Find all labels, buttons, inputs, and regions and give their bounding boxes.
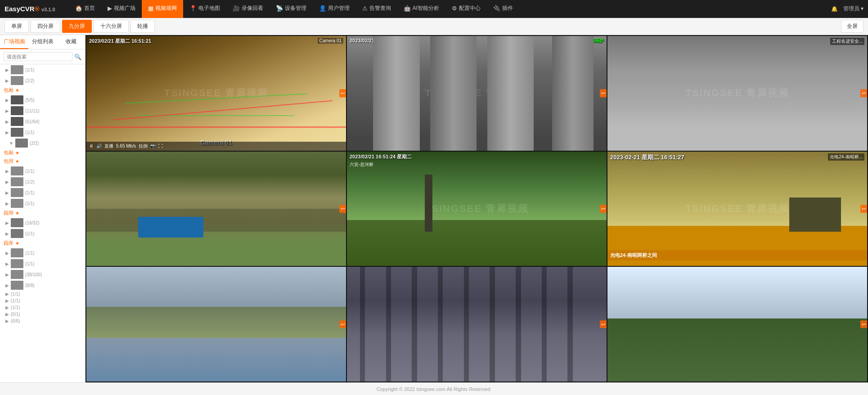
- nav-home[interactable]: 🏠 首页: [69, 0, 101, 18]
- road-lane: [86, 209, 346, 232]
- item-count: (1/1): [25, 231, 35, 236]
- cell-label-tr: 工程名进安全...: [830, 38, 864, 45]
- nav-user-mgmt[interactable]: 👤 用户管理: [313, 0, 356, 18]
- footer: Copyright © 2022 tsingsee.com All Rights…: [0, 382, 868, 395]
- nav-recording[interactable]: 🎥 录像回看: [226, 0, 270, 18]
- bell-button[interactable]: 🔔: [831, 6, 838, 12]
- star-icon: ★: [15, 241, 19, 246]
- v-line3: [412, 267, 417, 382]
- nav-alert[interactable]: ⚠ 告警查询: [356, 0, 397, 18]
- fullscreen-cell-icon[interactable]: ⛶: [158, 144, 163, 148]
- list-item[interactable]: ▼ (2/2): [0, 138, 85, 148]
- nav-video-plaza-label: 视频广场: [114, 4, 135, 12]
- video-cell-5[interactable]: TSINGSEE 青犀视频 2023/02/21 16:51:24 星期二 六安…: [347, 152, 607, 266]
- nav-ai[interactable]: 🤖 AI智能分析: [397, 0, 445, 18]
- item-count: (1/1): [25, 130, 35, 135]
- list-item[interactable]: ▶ (11/11): [0, 105, 85, 116]
- watermark: TSINGSEE 青犀视频: [685, 202, 789, 215]
- tab-four[interactable]: 四分屏: [31, 20, 60, 33]
- side-label-5: 1: [600, 205, 607, 213]
- nav-emap[interactable]: 📍 电子地图: [183, 0, 226, 18]
- admin-menu[interactable]: 管理员 ▾: [843, 5, 864, 13]
- video-cell-6[interactable]: TSINGSEE 青犀视频 2023-02-21 星期二 16:51:27 光电…: [607, 152, 867, 266]
- shore: [86, 304, 346, 338]
- top-navigation: EasyCVR® v3.1.0 🏠 首页 ▶ 视频广场 ▦ 视频墙网 📍 电子地…: [0, 0, 868, 18]
- list-item[interactable]: ▶ (1/1): [0, 258, 85, 269]
- list-item[interactable]: ▶ (1/1): [0, 187, 85, 198]
- floor-line: [113, 100, 333, 120]
- search-icon[interactable]: 🔍: [74, 54, 81, 60]
- list-item[interactable]: ▶ (1/1): [0, 64, 85, 75]
- tab-patrol[interactable]: 轮播: [130, 20, 155, 33]
- arrow-icon: ▶: [5, 283, 9, 288]
- list-item[interactable]: ▶ (16/32): [0, 217, 85, 228]
- list-item[interactable]: ▶ (6/6): [0, 318, 85, 324]
- item-count: (1/1): [11, 305, 20, 310]
- arrow-icon: ▶: [5, 272, 9, 277]
- video-cell-7[interactable]: TSINGSEE 青犀视频 2023-02-21 午前二 拱墅大桥 1: [86, 267, 346, 382]
- list-item[interactable]: ▶ (1/1): [0, 228, 85, 239]
- cell-bottom-label: 光电24-南昭两桥之间: [607, 250, 867, 260]
- play-icon[interactable]: ⏸: [89, 144, 94, 148]
- cam-thumbnail: [11, 199, 23, 208]
- video-cell-3[interactable]: TSINGSEE 青犀视频 工程名进安全... 1: [607, 36, 867, 151]
- list-item[interactable]: ▶ (8/8): [0, 280, 85, 291]
- sidebar-tab-collect[interactable]: 收藏: [57, 35, 85, 49]
- cell-camera-id: Camera 01: [318, 38, 343, 44]
- list-item[interactable]: ▶ (5/5): [0, 94, 85, 105]
- list-item[interactable]: ▶ (38/100): [0, 269, 85, 280]
- nav-video-wall[interactable]: ▦ 视频墙网: [142, 0, 183, 18]
- arrow-icon: ▶: [5, 180, 9, 184]
- nav-plugin[interactable]: 🔌 插件: [487, 0, 519, 18]
- list-item[interactable]: ▶ (1/1): [0, 297, 85, 304]
- nav-device-mgmt[interactable]: 📡 设备管理: [270, 0, 313, 18]
- video-cell-1[interactable]: TSINGSEE 青犀视频 2023/02/21 星期二 16:51:21 Ca…: [86, 36, 346, 151]
- list-item[interactable]: ▶ (1/1): [0, 127, 85, 138]
- list-item[interactable]: ▶ (1/1): [0, 166, 85, 176]
- list-item[interactable]: ▶ (1/1): [0, 247, 85, 258]
- arrow-icon: ▶: [5, 169, 9, 174]
- tab-nine[interactable]: 九分屏: [62, 20, 92, 33]
- video-cell-8[interactable]: TSINGSEE 青犀视频 2023/02/21 星期二 16:53:38 1#…: [347, 267, 607, 382]
- audio-icon[interactable]: 🔊: [96, 144, 102, 148]
- toolbar: 单屏 四分屏 九分屏 十六分屏 轮播 全屏: [0, 18, 868, 35]
- video-cell-4[interactable]: TSINGSEE 青犀视频 2023/02/21 16:51:26 星期二 IP…: [86, 152, 346, 266]
- screenshot-icon[interactable]: 📷: [150, 144, 156, 148]
- nav-alert-label: 告警查询: [369, 4, 391, 12]
- nav-config[interactable]: ⚙ 配置中心: [445, 0, 487, 18]
- arrow-icon: ▶: [5, 130, 9, 135]
- video-cell-9[interactable]: TSINGSEE 青犀视频 2023/02/21 16:26:12 山庄... …: [607, 267, 867, 382]
- cam-thumbnail: [11, 76, 23, 85]
- label-text: 包厢: [4, 149, 13, 156]
- nav-video-plaza[interactable]: ▶ 视频广场: [101, 0, 142, 18]
- footer-text: Copyright © 2022 tsingsee.com All Rights…: [377, 386, 492, 392]
- video-cell-2[interactable]: TSINGSEE 青犀视频 2023/02/21 16:51:37 1#2100…: [347, 36, 607, 151]
- nav-config-label: 配置中心: [459, 4, 481, 12]
- watermark: TSINGSEE 青犀视频: [685, 86, 789, 100]
- search-input[interactable]: [4, 52, 72, 61]
- tab-sixteen[interactable]: 十六分屏: [94, 20, 129, 33]
- list-item[interactable]: ▶ (2/2): [0, 75, 85, 86]
- list-item[interactable]: ▶ (61/64): [0, 116, 85, 127]
- device-icon: 📡: [276, 5, 283, 12]
- bus-shape: [138, 217, 203, 238]
- list-item[interactable]: ▶ (1/2): [0, 176, 85, 187]
- list-item[interactable]: ▶ (1/1): [0, 304, 85, 311]
- pull-label[interactable]: 拉倒: [139, 143, 148, 149]
- group-label: 园用 ★: [0, 209, 85, 217]
- fullscreen-button[interactable]: 全屏: [841, 20, 864, 33]
- cam-thumbnail: [11, 65, 23, 74]
- cam-thumbnail: [11, 281, 23, 290]
- sidebar-tab-plaza[interactable]: 广场视频: [0, 35, 28, 49]
- cam-thumbnail: [15, 139, 28, 148]
- list-item[interactable]: ▶ (1/1): [0, 198, 85, 209]
- sidebar-tab-group[interactable]: 分组列表: [28, 35, 57, 49]
- arrow-icon: ▶: [5, 108, 9, 113]
- silo3: [487, 36, 534, 151]
- list-item[interactable]: ▶ (1/1): [0, 291, 85, 297]
- item-count: (5/5): [25, 98, 35, 103]
- list-item[interactable]: ▶ (0/1): [0, 311, 85, 318]
- item-count: (61/64): [25, 119, 40, 124]
- tab-single[interactable]: 单屏: [4, 20, 29, 33]
- nav-items: 🏠 首页 ▶ 视频广场 ▦ 视频墙网 📍 电子地图 🎥 录像回看 📡 设备管理 …: [69, 0, 831, 18]
